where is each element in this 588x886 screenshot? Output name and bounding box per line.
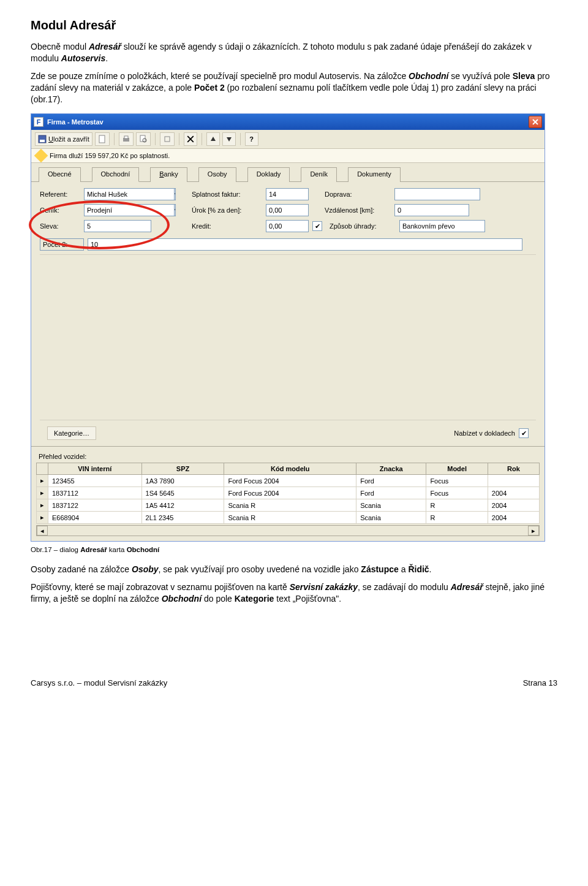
text: Obecně modul xyxy=(31,42,89,51)
term-servisni: Servisní zakázky xyxy=(290,582,358,592)
table-row[interactable]: ▸18371221A5 4412Scania RScaniaR2004 xyxy=(37,499,540,512)
tab-obchodni[interactable]: Obchodní xyxy=(92,167,140,182)
grid-cell: Scania xyxy=(356,512,426,524)
arrow-down-icon xyxy=(226,136,232,142)
col-spz[interactable]: SPZ xyxy=(141,463,224,475)
text: Zde se pouze zmíníme o položkách, které … xyxy=(31,71,409,81)
preview-button[interactable] xyxy=(136,132,151,146)
tab-banky[interactable]: Banky xyxy=(150,167,187,182)
svg-rect-2 xyxy=(99,135,105,143)
col-model[interactable]: Model xyxy=(426,463,488,475)
nabizet-check[interactable]: ✔ xyxy=(519,428,529,438)
splatnost-input[interactable]: 14 xyxy=(266,188,309,200)
grid-cell: 2L1 2345 xyxy=(141,512,224,524)
print-icon xyxy=(122,135,130,143)
help-icon: ? xyxy=(249,135,254,143)
form-footer: Kategorie… Nabízet v dokladech ✔ xyxy=(40,420,536,446)
tab-osoby[interactable]: Osoby xyxy=(198,167,236,182)
blank-area xyxy=(40,255,536,420)
next-button[interactable] xyxy=(222,132,236,146)
save-close-button[interactable]: UUložit a zavřítložit a zavřít xyxy=(35,132,92,146)
zpusob-input[interactable]: ▾ xyxy=(399,220,485,232)
table-row[interactable]: ▸18371121S4 5645Ford Focus 2004FordFocus… xyxy=(37,487,540,499)
col-kod[interactable]: Kód modelu xyxy=(224,463,356,475)
tab-label: Doklady xyxy=(257,170,281,178)
doprava-input[interactable] xyxy=(394,188,480,200)
pocet2-label-combo[interactable]: ▾ xyxy=(40,238,84,251)
term-adresar: Adresář xyxy=(89,42,121,51)
grid-cell: 1837122 xyxy=(48,499,142,512)
app-icon: F xyxy=(34,117,43,127)
text: , se pak využívají pro osoby uvedené na … xyxy=(159,564,361,574)
grid-cell: Scania xyxy=(356,499,426,512)
grid-cell: 2004 xyxy=(488,512,539,524)
horizontal-scrollbar[interactable]: ◂ ▸ xyxy=(36,525,540,536)
help-button[interactable]: ? xyxy=(245,132,258,146)
tab-label: Obchodní xyxy=(101,170,130,178)
grid-cell: 1S4 5645 xyxy=(141,487,224,499)
doprava-value[interactable] xyxy=(395,189,480,200)
cenik-input[interactable]: ▾ xyxy=(84,204,176,216)
col-vin[interactable]: VIN interní xyxy=(48,463,142,475)
tab-obecne[interactable]: Obecné xyxy=(39,167,81,182)
vzdalenost-input[interactable]: 0 xyxy=(394,204,469,216)
grid-cell: 2004 xyxy=(488,499,539,512)
tab-denik[interactable]: Deník xyxy=(301,167,337,182)
col-rok[interactable]: Rok xyxy=(488,463,539,475)
term-zastupce: Zástupce xyxy=(361,564,398,574)
prev-button[interactable] xyxy=(206,132,220,146)
urok-input[interactable]: 0,00 xyxy=(266,204,309,216)
pocet2-input[interactable]: 10 xyxy=(88,238,522,251)
kredit-check[interactable]: ✔ xyxy=(312,221,322,231)
intro-para-1: Obecně modul Adresář slouží ke správě ag… xyxy=(31,41,557,64)
separator xyxy=(240,133,241,145)
delete-button[interactable] xyxy=(184,132,197,146)
row-marker: ▸ xyxy=(37,475,48,487)
text: Adresář xyxy=(80,546,107,553)
scroll-left-icon[interactable]: ◂ xyxy=(37,526,48,536)
chevron-down-icon[interactable]: ▾ xyxy=(174,205,176,216)
titlebar: F Firma - Metrostav xyxy=(31,114,545,130)
zpusob-value[interactable] xyxy=(400,221,485,232)
para-pojistovny: Pojišťovny, které se mají zobrazovat v s… xyxy=(31,581,557,605)
sleva-value[interactable] xyxy=(85,221,151,232)
grid-cell: Scania R xyxy=(224,499,356,512)
cenik-value[interactable] xyxy=(85,205,174,216)
stamp-button[interactable] xyxy=(160,132,175,146)
grid-header-row: VIN interní SPZ Kód modelu Znacka Model … xyxy=(37,463,540,475)
referent-value[interactable] xyxy=(85,189,174,200)
kategorie-button[interactable]: Kategorie… xyxy=(47,426,96,440)
svg-rect-1 xyxy=(40,140,45,142)
grid-cell: 1A3 7890 xyxy=(141,475,224,487)
row-marker: ▸ xyxy=(37,512,48,524)
text: . xyxy=(105,53,108,63)
label-nabizet: Nabízet v dokladech xyxy=(454,430,515,437)
tab-dokumenty[interactable]: Dokumenty xyxy=(348,167,401,182)
page-footer: Carsys s.r.o. – modul Servisní zakázky S… xyxy=(31,678,557,687)
term-obchodni: Obchodní xyxy=(409,71,448,81)
sleva-input[interactable]: ▾ xyxy=(84,220,151,232)
scroll-right-icon[interactable]: ▸ xyxy=(528,526,539,536)
print-button[interactable] xyxy=(119,132,134,146)
warning-text: Firma dluží 159 597,20 Kč po splatnosti. xyxy=(50,152,170,159)
tab-doklady[interactable]: Doklady xyxy=(247,167,290,182)
chevron-down-icon[interactable]: ▾ xyxy=(174,189,176,200)
text: se využívá pole xyxy=(448,71,512,81)
text: do pole xyxy=(202,594,235,604)
referent-input[interactable]: ▾ xyxy=(84,188,176,200)
table-row[interactable]: ▸E6689042L1 2345Scania RScaniaR2004 xyxy=(37,512,540,524)
tab-label: Deník xyxy=(310,170,328,178)
new-button[interactable] xyxy=(95,132,110,146)
text: Obr.17 – dialog xyxy=(31,546,80,553)
table-row[interactable]: ▸1234551A3 7890Ford Focus 2004FordFocus xyxy=(37,475,540,487)
tab-label: Dokumenty xyxy=(357,170,391,178)
col-znacka[interactable]: Znacka xyxy=(356,463,426,475)
grid-cell: Ford xyxy=(356,487,426,499)
label-doprava: Doprava: xyxy=(325,191,391,198)
grid-label: Přehled vozidel: xyxy=(36,453,540,460)
term-adresar: Adresář xyxy=(451,582,483,592)
close-button[interactable] xyxy=(529,116,542,128)
text: Obchodní xyxy=(127,546,160,553)
svg-rect-4 xyxy=(124,136,128,138)
kredit-input[interactable]: 0,00 xyxy=(266,220,309,232)
